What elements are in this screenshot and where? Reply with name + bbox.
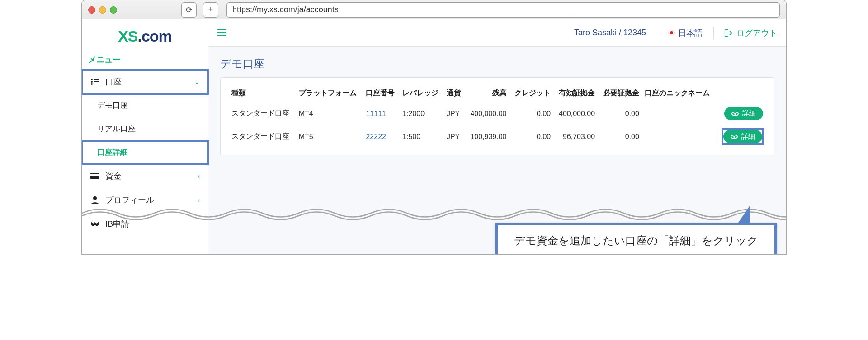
- svg-point-8: [93, 196, 97, 200]
- col-number: 口座番号: [363, 84, 400, 102]
- sidebar-item-real-account[interactable]: リアル口座: [82, 117, 208, 141]
- sidebar-item-label: リアル口座: [97, 124, 136, 134]
- cell-credit: 0.00: [509, 125, 554, 149]
- cell-leverage: 1:2000: [400, 102, 444, 125]
- eye-icon: [731, 135, 738, 139]
- cell-credit: 0.00: [509, 102, 554, 125]
- cell-type: スタンダード口座: [229, 102, 296, 125]
- col-balance: 残高: [465, 84, 509, 102]
- cell-number[interactable]: 11111: [363, 102, 400, 125]
- sidebar-item-label: 口座: [105, 76, 122, 87]
- table-row: スタンダード口座 MT4 11111 1:2000 JPY 400,000.00…: [229, 102, 766, 125]
- cell-platform: MT5: [296, 125, 363, 149]
- detail-button-label: 詳細: [741, 132, 755, 141]
- detail-button-label: 詳細: [742, 109, 756, 118]
- chevron-left-icon: ‹: [198, 172, 200, 180]
- sidebar-item-label: 資金: [105, 171, 122, 182]
- new-tab-button[interactable]: +: [203, 2, 218, 18]
- topbar: Taro Sasaki / 12345 日本語 ログアウト: [208, 19, 786, 47]
- language-label: 日本語: [678, 28, 703, 38]
- svg-rect-6: [90, 173, 99, 179]
- svg-rect-5: [94, 84, 99, 84]
- logout-label: ログアウト: [736, 28, 777, 38]
- table-header-row: 種類 プラットフォーム 口座番号 レバレッジ 通貨 残高 クレジット 有効証拠金…: [229, 84, 766, 102]
- cell-number[interactable]: 22222: [363, 125, 400, 149]
- cell-margin: 0.00: [598, 102, 642, 125]
- col-margin: 必要証拠金: [598, 84, 642, 102]
- accounts-table-card: 種類 プラットフォーム 口座番号 レバレッジ 通貨 残高 クレジット 有効証拠金…: [220, 77, 774, 155]
- logout-button[interactable]: ログアウト: [725, 28, 777, 38]
- cell-currency: JPY: [444, 102, 465, 125]
- chevron-left-icon: ‹: [198, 196, 200, 204]
- col-credit: クレジット: [509, 84, 554, 102]
- eye-icon: [731, 112, 739, 116]
- cell-currency: JPY: [444, 125, 465, 149]
- sidebar-item-demo-account[interactable]: デモ口座: [82, 94, 208, 117]
- svg-rect-7: [90, 174, 99, 176]
- svg-rect-1: [94, 79, 99, 80]
- user-info: Taro Sasaki / 12345: [574, 28, 646, 37]
- menu-heading: メニュー: [82, 51, 208, 70]
- table-row: スタンダード口座 MT5 22222 1:500 JPY 100,939.00 …: [229, 125, 766, 149]
- detail-button[interactable]: 詳細: [723, 130, 762, 143]
- window-close-icon[interactable]: [88, 6, 95, 14]
- svg-rect-9: [217, 29, 226, 30]
- sidebar: XS.com メニュー 口座 ⌄ デモ口座 リアル口座 口座詳細: [82, 19, 208, 254]
- sidebar-item-profile[interactable]: プロフィール ‹: [82, 188, 208, 212]
- svg-rect-10: [217, 32, 226, 33]
- app-shell: XS.com メニュー 口座 ⌄ デモ口座 リアル口座 口座詳細: [82, 19, 786, 254]
- menu-toggle-button[interactable]: [217, 27, 226, 39]
- sidebar-item-funds[interactable]: 資金 ‹: [82, 164, 208, 188]
- cell-nickname: [642, 102, 717, 125]
- sidebar-item-label: デモ口座: [97, 100, 128, 111]
- flag-japan-icon: [668, 30, 675, 36]
- svg-point-2: [91, 81, 93, 83]
- svg-point-4: [91, 83, 93, 85]
- instruction-callout: デモ資金を追加したい口座の「詳細」をクリック: [495, 223, 777, 255]
- browser-titlebar: ⟳ + https://my.xs.com/ja/accounts: [82, 0, 786, 19]
- svg-point-0: [91, 79, 93, 80]
- cell-equity: 400,000.00: [553, 102, 598, 125]
- window-zoom-icon[interactable]: [110, 6, 117, 14]
- col-nickname: 口座のニックネーム: [642, 84, 717, 102]
- cell-platform: MT4: [296, 102, 363, 125]
- col-equity: 有効証拠金: [553, 84, 598, 102]
- logout-icon: [725, 29, 733, 37]
- brand-logo: XS.com: [82, 24, 208, 51]
- wallet-icon: [90, 173, 100, 179]
- chevron-down-icon: ⌄: [194, 78, 200, 85]
- brand-part1: XS: [118, 28, 137, 45]
- brand-part3: com: [142, 28, 172, 45]
- col-currency: 通貨: [444, 84, 465, 102]
- svg-rect-11: [217, 35, 226, 36]
- cell-balance: 100,939.00: [465, 125, 509, 149]
- list-icon: [90, 79, 100, 85]
- url-text: https://my.xs.com/ja/accounts: [232, 5, 339, 14]
- sidebar-item-label: プロフィール: [105, 195, 154, 205]
- col-platform: プラットフォーム: [296, 84, 363, 102]
- window-minimize-icon[interactable]: [99, 6, 106, 14]
- svg-rect-3: [94, 81, 99, 82]
- browser-window: ⟳ + https://my.xs.com/ja/accounts XS.com…: [81, 0, 787, 255]
- content-area: Taro Sasaki / 12345 日本語 ログアウト デモ口座: [208, 19, 786, 254]
- sidebar-item-account-details[interactable]: 口座詳細: [82, 141, 208, 164]
- sidebar-item-accounts[interactable]: 口座 ⌄: [82, 70, 208, 94]
- detail-button[interactable]: 詳細: [724, 107, 763, 120]
- col-type: 種類: [229, 84, 296, 102]
- sidebar-item-ib[interactable]: IB申請: [82, 212, 208, 236]
- cell-leverage: 1:500: [400, 125, 444, 149]
- sidebar-item-label: IB申請: [105, 219, 129, 229]
- accounts-table: 種類 プラットフォーム 口座番号 レバレッジ 通貨 残高 クレジット 有効証拠金…: [229, 84, 766, 149]
- user-icon: [90, 196, 100, 204]
- col-leverage: レバレッジ: [400, 84, 444, 102]
- language-switcher[interactable]: 日本語: [668, 28, 703, 38]
- cell-nickname: [642, 125, 717, 149]
- handshake-icon: [90, 221, 100, 227]
- page-title: デモ口座: [220, 56, 774, 71]
- brand-part2: .: [137, 28, 141, 45]
- cell-type: スタンダード口座: [229, 125, 296, 149]
- address-bar[interactable]: https://my.xs.com/ja/accounts: [226, 2, 780, 18]
- cell-equity: 96,703.00: [553, 125, 598, 149]
- callout-text: デモ資金を追加したい口座の「詳細」をクリック: [495, 223, 777, 255]
- reload-button[interactable]: ⟳: [181, 2, 197, 18]
